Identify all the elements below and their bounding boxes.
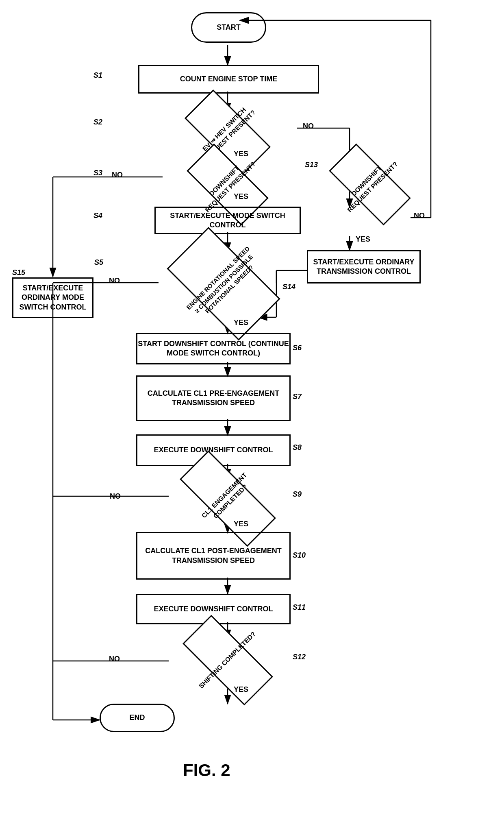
step-s2: S2 (93, 118, 102, 126)
end-node: END (100, 704, 175, 732)
step-s14: S14 (282, 283, 295, 291)
s13-yes-label: YES (356, 235, 370, 244)
count-engine-box: COUNT ENGINE STOP TIME (138, 65, 319, 94)
ev-hev-no-label: NO (303, 122, 314, 131)
step-s15: S15 (12, 268, 25, 277)
shifting-no-label: NO (109, 655, 120, 663)
diagram-container: START S1 COUNT ENGINE STOP TIME S2 EV ⇒ … (0, 0, 504, 833)
downshift-req1-wrapper: DOWNSHIFTREQUEST PRESENT? (163, 162, 293, 207)
step-s4: S4 (93, 212, 102, 220)
start-execute-mode-box: START/EXECUTE MODE SWITCH CONTROL (154, 207, 301, 234)
shifting-yes-label: YES (234, 685, 248, 694)
start-execute-ordinary-mode-box: START/EXECUTE ORDINARY MODE SWITCH CONTR… (12, 277, 93, 318)
engine-rot-no-label: NO (109, 277, 120, 285)
ev-hev-diamond-wrapper: EV ⇒ HEV SWITCHREQUEST PRESENT? (159, 109, 297, 156)
downshift-req-s13-wrapper: DOWNSHIFTREQUEST PRESENT? (307, 162, 433, 207)
calculate-cl1-post-box: CALCULATE CL1 POST-ENGAGEMENT TRANSMISSI… (136, 532, 291, 580)
shifting-completed-wrapper: SHIFTING COMPLETED? (159, 638, 297, 683)
step-s8: S8 (293, 443, 302, 452)
start-execute-ordinary-box: START/EXECUTE ORDINARY TRANSMISSION CONT… (307, 250, 421, 283)
downshift-req1-yes-label: YES (234, 192, 248, 201)
cl1-engagement-no-label: NO (110, 492, 121, 501)
step-s11: S11 (293, 603, 306, 612)
cl1-engagement-yes-label: YES (234, 520, 248, 528)
calculate-cl1-pre-box: CALCULATE CL1 PRE-ENGAGEMENT TRANSMISSIO… (136, 375, 291, 421)
downshift-req1-no-label: NO (112, 171, 123, 179)
step-s1: S1 (93, 71, 102, 80)
step-s6: S6 (293, 344, 302, 352)
cl1-engagement-wrapper: CL1 ENGAGEMENTCOMPLETED? (152, 476, 303, 521)
step-s7: S7 (293, 393, 302, 401)
fig-label: FIG. 2 (183, 761, 230, 780)
start-downshift-box: START DOWNSHIFT CONTROL (CONTINUE MODE S… (136, 333, 291, 364)
engine-rotational-wrapper: ENGINE ROTATIONAL SPEED≥ COMBUSTION POSS… (142, 249, 305, 318)
step-s10: S10 (293, 551, 306, 560)
engine-rot-yes-label: YES (234, 318, 248, 327)
step-s3: S3 (93, 169, 102, 177)
s13-no-label: NO (414, 212, 425, 220)
start-node: START (191, 12, 266, 43)
step-s5: S5 (94, 258, 103, 267)
